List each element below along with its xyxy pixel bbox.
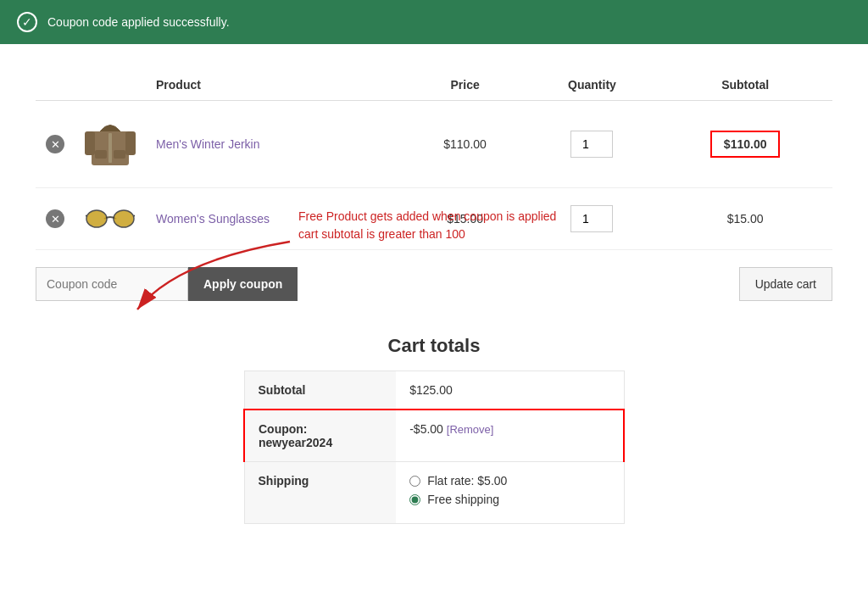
- totals-table: Subtotal $125.00 Coupon: newyear2024 -$5…: [243, 371, 625, 524]
- jacket-subtotal-cell: $110.00: [658, 101, 832, 188]
- svg-rect-2: [85, 131, 95, 155]
- sunglasses-link[interactable]: Women's Sunglasses: [156, 212, 270, 226]
- svg-rect-3: [125, 131, 136, 155]
- jacket-quantity-cell: [526, 101, 659, 188]
- svg-rect-1: [108, 133, 112, 163]
- success-banner: ✓ Coupon code applied successfully.: [0, 0, 868, 44]
- sunglasses-quantity-cell: [526, 188, 659, 250]
- remove-sunglasses-button[interactable]: ✕: [46, 209, 64, 228]
- coupon-row: Apply coupon Update cart: [36, 267, 832, 301]
- jacket-name-cell: Men's Winter Jerkin: [146, 101, 404, 188]
- flat-rate-radio[interactable]: [409, 476, 420, 487]
- jacket-image-cell: [75, 101, 146, 188]
- table-row: ✕: [36, 101, 832, 188]
- remove-cell: ✕: [36, 188, 75, 250]
- free-shipping-label: Free shipping: [427, 493, 499, 506]
- coupon-discount-value: -$5.00 [Remove]: [396, 410, 624, 462]
- subtotal-label: Subtotal: [244, 371, 396, 410]
- svg-rect-5: [114, 150, 125, 159]
- shipping-options: Flat rate: $5.00 Free shipping: [396, 462, 624, 524]
- svg-rect-4: [95, 150, 107, 159]
- coupon-discount-amount: -$5.00: [409, 422, 447, 436]
- sunglasses-subtotal: $15.00: [727, 212, 764, 226]
- sunglasses-quantity-input[interactable]: [570, 205, 613, 232]
- svg-point-7: [114, 210, 134, 227]
- cart-totals-heading: Cart totals: [243, 335, 625, 357]
- col-header-price: Price: [404, 70, 526, 101]
- jacket-price-cell: $110.00: [404, 101, 526, 188]
- coupon-discount-row: Coupon: newyear2024 -$5.00 [Remove]: [244, 410, 624, 462]
- sunglasses-price-cell: $15.00: [404, 188, 526, 250]
- subtotal-row: Subtotal $125.00: [244, 371, 624, 410]
- jacket-subtotal: $110.00: [710, 131, 781, 158]
- sunglasses-icon: [86, 207, 135, 231]
- col-header-quantity: Quantity: [526, 70, 659, 101]
- sunglasses-price: $15.00: [447, 212, 483, 226]
- table-row: ✕: [36, 188, 832, 250]
- coupon-discount-label: Coupon: newyear2024: [244, 410, 396, 462]
- svg-point-6: [86, 210, 107, 227]
- subtotal-value: $125.00: [396, 371, 624, 410]
- col-header-remove: [36, 70, 75, 101]
- sunglasses-subtotal-cell: $15.00: [658, 188, 832, 250]
- sunglasses-image-cell: [75, 188, 146, 250]
- remove-cell: ✕: [36, 101, 75, 188]
- col-header-image: [75, 70, 146, 101]
- flat-rate-label: Flat rate: $5.00: [427, 474, 507, 488]
- jacket-quantity-input[interactable]: [570, 131, 613, 158]
- banner-message: Coupon code applied successfully.: [47, 15, 230, 29]
- free-shipping-option: Free shipping: [409, 493, 609, 506]
- coupon-left: Apply coupon: [36, 267, 298, 301]
- update-cart-button[interactable]: Update cart: [739, 267, 832, 301]
- col-header-subtotal: Subtotal: [658, 70, 832, 101]
- shipping-row: Shipping Flat rate: $5.00 Free shipping: [244, 462, 624, 524]
- cart-totals: Cart totals Subtotal $125.00 Coupon: new…: [243, 335, 625, 524]
- cart-table: Product Price Quantity Subtotal ✕: [36, 70, 832, 250]
- coupon-input[interactable]: [36, 267, 188, 301]
- flat-rate-option: Flat rate: $5.00: [409, 474, 609, 488]
- check-icon: ✓: [17, 12, 37, 32]
- free-shipping-radio[interactable]: [409, 494, 420, 505]
- table-header-row: Product Price Quantity Subtotal: [36, 70, 832, 101]
- remove-coupon-link[interactable]: [Remove]: [447, 423, 494, 436]
- jacket-icon: [85, 114, 136, 174]
- jacket-link[interactable]: Men's Winter Jerkin: [156, 137, 259, 151]
- col-header-product: Product: [146, 70, 404, 101]
- main-content: Product Price Quantity Subtotal ✕: [19, 70, 849, 524]
- jacket-price: $110.00: [443, 137, 487, 151]
- remove-jacket-button[interactable]: ✕: [46, 135, 64, 153]
- coupon-section: Apply coupon Update cart Free Product ge…: [36, 267, 832, 301]
- apply-coupon-button[interactable]: Apply coupon: [188, 267, 298, 301]
- sunglasses-name-cell: Women's Sunglasses: [146, 188, 404, 250]
- shipping-label: Shipping: [244, 462, 396, 524]
